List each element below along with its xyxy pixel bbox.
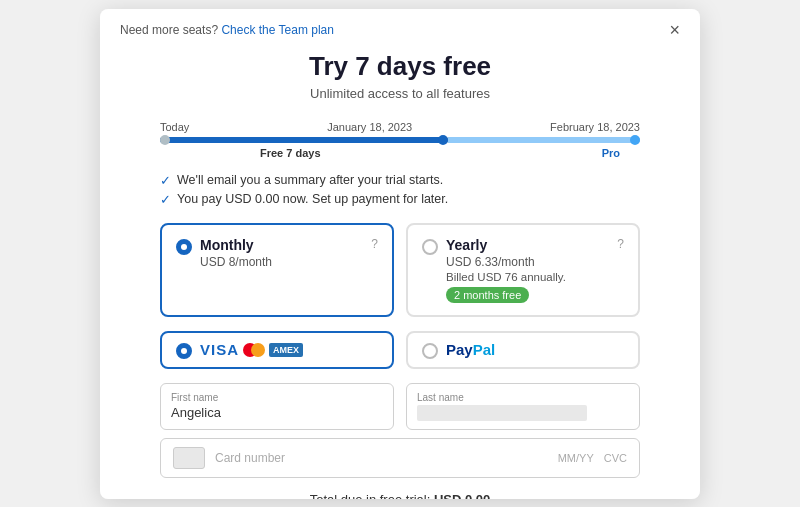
timeline-label-feb: February 18, 2023	[550, 121, 640, 133]
radio-yearly[interactable]	[422, 239, 438, 255]
phase-pro-label: Pro	[602, 147, 620, 159]
last-name-field[interactable]: Last name	[406, 383, 640, 430]
total-row: Total due in free trial: USD 0.00	[100, 486, 700, 499]
timeline-label-today: Today	[160, 121, 189, 133]
team-plan-link[interactable]: Check the Team plan	[221, 23, 334, 37]
plan-monthly-header: Monthly USD 8/month ?	[176, 237, 378, 269]
paypal-logo: PayPal	[446, 341, 495, 358]
payment-card-method[interactable]: VISA AMEX	[160, 331, 394, 369]
timeline-remaining	[448, 137, 640, 143]
radio-monthly[interactable]	[176, 239, 192, 255]
plan-yearly-billed: Billed USD 76 annually.	[446, 271, 609, 283]
main-title: Try 7 days free	[120, 51, 680, 82]
plan-yearly-info: Yearly USD 6.33/month Billed USD 76 annu…	[446, 237, 609, 303]
radio-paypal[interactable]	[422, 343, 438, 359]
info-text-2: You pay USD 0.00 now. Set up payment for…	[177, 192, 448, 206]
last-name-placeholder	[417, 405, 587, 421]
payment-methods: VISA AMEX PayPal	[100, 327, 700, 379]
plan-monthly-help[interactable]: ?	[371, 237, 378, 251]
check-icon-1: ✓	[160, 173, 171, 188]
timeline-filled	[160, 137, 448, 143]
phase-free-label: Free 7 days	[260, 147, 321, 159]
first-name-value: Angelica	[171, 405, 383, 420]
timeline-bar-wrapper	[160, 137, 640, 143]
plan-yearly-header: Yearly USD 6.33/month Billed USD 76 annu…	[422, 237, 624, 303]
plan-yearly-help[interactable]: ?	[617, 237, 624, 251]
info-list: ✓ We'll email you a summary after your t…	[100, 163, 700, 217]
payment-card-logos: VISA AMEX	[200, 341, 303, 358]
radio-card-dot	[181, 348, 187, 354]
name-fields: First name Angelica Last name	[100, 379, 700, 434]
timeline-dot-end	[630, 135, 640, 145]
radio-monthly-dot	[181, 244, 187, 250]
mastercard-icon	[243, 343, 265, 357]
info-item-1: ✓ We'll email you a summary after your t…	[160, 173, 640, 188]
timeline-dot-start	[160, 135, 170, 145]
close-button[interactable]: ×	[669, 21, 680, 39]
amex-badge: AMEX	[269, 343, 303, 357]
mm-yy-label: MM/YY	[558, 452, 594, 464]
plan-monthly[interactable]: Monthly USD 8/month ?	[160, 223, 394, 317]
top-bar: Need more seats? Check the Team plan ×	[100, 9, 700, 47]
payment-paypal-method[interactable]: PayPal	[406, 331, 640, 369]
visa-logo: VISA	[200, 341, 239, 358]
plan-yearly-price: USD 6.33/month	[446, 255, 609, 269]
radio-card[interactable]	[176, 343, 192, 359]
info-item-2: ✓ You pay USD 0.00 now. Set up payment f…	[160, 192, 640, 207]
total-amount: USD 0.00	[434, 492, 490, 499]
first-name-label: First name	[171, 392, 383, 403]
cvc-label: CVC	[604, 452, 627, 464]
timeline-label-jan: January 18, 2023	[327, 121, 412, 133]
subtitle: Unlimited access to all features	[120, 86, 680, 101]
mc-right	[251, 343, 265, 357]
plan-yearly[interactable]: Yearly USD 6.33/month Billed USD 76 annu…	[406, 223, 640, 317]
card-number-label: Card number	[215, 451, 548, 465]
card-icon	[173, 447, 205, 469]
plan-monthly-price: USD 8/month	[200, 255, 363, 269]
plan-options: Monthly USD 8/month ? Yearly USD 6.33/mo…	[100, 217, 700, 327]
need-more-text: Need more seats? Check the Team plan	[120, 23, 334, 37]
timeline-labels: Today January 18, 2023 February 18, 2023	[160, 121, 640, 133]
info-text-1: We'll email you a summary after your tri…	[177, 173, 443, 187]
last-name-label: Last name	[417, 392, 629, 403]
timeline-section: Today January 18, 2023 February 18, 2023…	[100, 113, 700, 163]
modal: Need more seats? Check the Team plan × T…	[100, 9, 700, 499]
timeline-phase-labels: Free 7 days Pro	[160, 147, 640, 159]
check-icon-2: ✓	[160, 192, 171, 207]
card-row: Card number MM/YY CVC	[100, 434, 700, 486]
plan-monthly-info: Monthly USD 8/month	[200, 237, 363, 269]
modal-overlay: Need more seats? Check the Team plan × T…	[0, 0, 800, 507]
plan-yearly-badge: 2 months free	[446, 287, 529, 303]
first-name-field[interactable]: First name Angelica	[160, 383, 394, 430]
timeline-bar	[160, 137, 640, 143]
need-more-label: Need more seats?	[120, 23, 218, 37]
plan-monthly-name: Monthly	[200, 237, 363, 253]
card-number-field[interactable]: Card number MM/YY CVC	[160, 438, 640, 478]
plan-yearly-name: Yearly	[446, 237, 609, 253]
total-label: Total due in free trial:	[310, 492, 431, 499]
modal-header: Try 7 days free Unlimited access to all …	[100, 47, 700, 113]
timeline-dot-mid	[438, 135, 448, 145]
